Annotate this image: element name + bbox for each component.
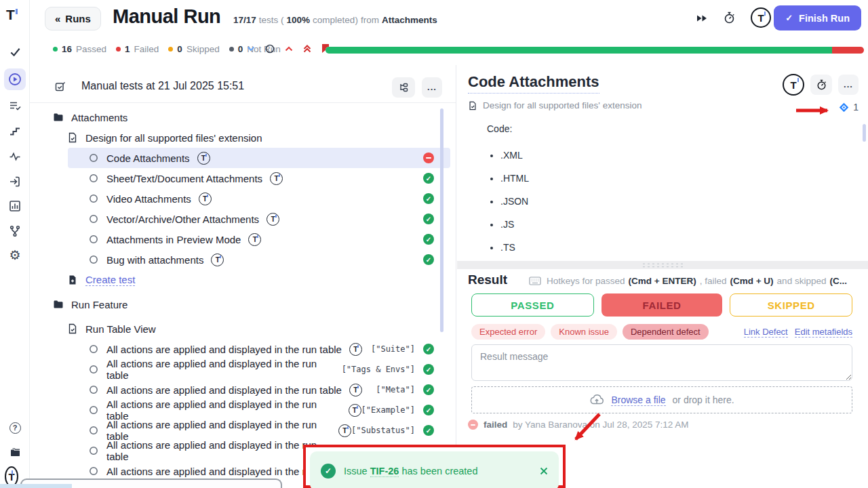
- result-divider-handle[interactable]: [457, 261, 868, 269]
- back-chevron-icon: «: [55, 13, 60, 24]
- run-progress-bar: [326, 47, 864, 54]
- success-toast: ✓ Issue TIF-26 has been created: [310, 451, 559, 488]
- test-tag: ["Meta"]: [376, 385, 415, 394]
- import-icon[interactable]: [8, 175, 22, 188]
- skipped-button[interactable]: SKIPPED: [730, 293, 852, 317]
- edit-metafields-link[interactable]: Edit metafields: [795, 327, 852, 338]
- browse-file-link[interactable]: Browse a file: [611, 394, 665, 406]
- app-logo[interactable]: T: [6, 7, 15, 23]
- test-tag: ["Example"]: [361, 405, 415, 415]
- link-defect-link[interactable]: Link Defect: [744, 327, 788, 338]
- tree-test-row[interactable]: All actions are applied and displayed in…: [30, 339, 456, 359]
- analytics-icon[interactable]: [8, 199, 22, 213]
- automated-badge-icon: T: [349, 343, 362, 356]
- tree-test-row[interactable]: Sheet/Text/Document Attachments T ✓: [30, 168, 456, 188]
- tree-test-row[interactable]: All actions are applied and displayed in…: [30, 380, 456, 400]
- tree-test-row[interactable]: Video Attachments T ✓: [30, 188, 456, 209]
- file-dropzone[interactable]: Browse a file or drop it here.: [471, 386, 852, 413]
- fast-forward-icon[interactable]: [696, 12, 708, 22]
- back-to-runs-button[interactable]: « Runs: [45, 7, 101, 30]
- tree-suite-row[interactable]: Run Feature: [30, 294, 456, 314]
- folder-icon: [53, 112, 64, 123]
- tests-icon[interactable]: [8, 45, 22, 58]
- test-tag: ["Tags & Envs"]: [342, 365, 415, 374]
- collapse-icon[interactable]: [247, 46, 255, 52]
- branch-icon[interactable]: [8, 224, 22, 238]
- test-circle-icon: [88, 384, 99, 395]
- issue-count: 1: [853, 102, 859, 113]
- description-scrollbar[interactable]: [863, 124, 866, 142]
- issue-id-link[interactable]: TIF-26: [370, 466, 399, 477]
- last-result-status: failed by Yana Baranova on Jul 28, 2025 …: [468, 420, 688, 430]
- detail-timer-button[interactable]: [810, 75, 832, 95]
- run-edit-icon[interactable]: [54, 81, 66, 93]
- test-subtitle: Design for all supported files' extensio…: [468, 100, 642, 110]
- folder-icon: [53, 299, 64, 310]
- tree-more-button[interactable]: ...: [422, 77, 442, 98]
- test-circle-icon: [88, 234, 99, 245]
- tree-feature-row[interactable]: Run Table View: [30, 319, 456, 339]
- result-message-input[interactable]: [471, 344, 852, 381]
- test-title[interactable]: Code Attachments: [468, 73, 599, 94]
- tag-dependent-defect[interactable]: Dependent defect: [623, 324, 709, 340]
- passed-status-icon: ✓: [423, 425, 434, 436]
- detail-logo-icon[interactable]: T: [783, 74, 804, 96]
- detail-more-button[interactable]: ...: [838, 75, 859, 95]
- tree-test-row[interactable]: Bug with attachments T ✓: [30, 249, 456, 270]
- tree-feature-row[interactable]: Design for all supported files' extensio…: [30, 127, 456, 148]
- extension-item: .JS: [500, 217, 529, 240]
- tree-test-row[interactable]: All actions are applied and displayed in…: [30, 400, 456, 420]
- tree-test-row[interactable]: Attachments in Preview Mode T ✓: [30, 229, 456, 249]
- tree-test-row[interactable]: All actions are applied and displayed in…: [30, 359, 456, 380]
- test-circle-icon: [88, 214, 99, 224]
- linked-issue-chip[interactable]: 1: [839, 102, 859, 113]
- cloud-upload-icon: [589, 394, 604, 405]
- passed-status-icon: ✓: [423, 344, 434, 354]
- file-plus-icon: [67, 274, 78, 285]
- toast-close-icon[interactable]: [540, 467, 548, 475]
- passed-status-icon: ✓: [423, 254, 434, 265]
- first-failed-icon[interactable]: [303, 45, 311, 53]
- header-logo-icon[interactable]: T: [751, 7, 771, 28]
- passed-button[interactable]: PASSED: [471, 293, 594, 317]
- tag-expected-error[interactable]: Expected error: [471, 324, 545, 340]
- tree-test-row-selected[interactable]: Code Attachments T: [30, 148, 456, 168]
- tree-test-row[interactable]: All actions are applied and displayed in…: [30, 420, 456, 441]
- finish-run-button[interactable]: ✓ Finish Run: [774, 5, 861, 30]
- extension-list: .XML .HTML .JSON .JS .TS: [490, 148, 529, 263]
- tree-view-toggle-button[interactable]: [392, 77, 415, 98]
- passed-status-icon: ✓: [423, 193, 434, 204]
- tree-scrollbar[interactable]: [440, 108, 443, 332]
- timer-icon[interactable]: [724, 12, 735, 24]
- description-code-label: Code:: [487, 123, 512, 134]
- tree-suite-row[interactable]: Attachments: [30, 107, 456, 127]
- create-test-row[interactable]: Create test: [30, 270, 456, 290]
- automated-badge-icon: T: [338, 424, 351, 437]
- pulse-icon[interactable]: [8, 150, 22, 163]
- passed-status-icon: ✓: [423, 173, 434, 184]
- failed-button[interactable]: FAILED: [601, 293, 723, 317]
- plans-icon[interactable]: [8, 99, 22, 113]
- automated-badge-icon: T: [270, 172, 283, 185]
- automated-badge-icon: T: [267, 213, 279, 226]
- help-icon[interactable]: ?: [8, 421, 22, 434]
- document-icon: [67, 323, 78, 334]
- steps-icon[interactable]: [8, 124, 22, 138]
- tree-test-row[interactable]: Vector/Archive/Other Attachments T ✓: [30, 209, 456, 229]
- page-header: « Runs Manual Run 17/17tests (100%comple…: [30, 0, 868, 37]
- projects-folder-icon[interactable]: [8, 446, 22, 460]
- extension-item: .TS: [500, 240, 529, 263]
- annotation-frame: ✓ Issue TIF-26 has been created: [303, 445, 566, 488]
- circle-filter-icon[interactable]: [265, 44, 275, 54]
- progress-passed-segment: [326, 47, 832, 54]
- check-icon: ✓: [785, 13, 793, 23]
- passed-status-icon: ✓: [423, 214, 434, 224]
- automated-badge-icon: T: [199, 192, 212, 205]
- test-tag: ["Substatus"]: [351, 426, 415, 435]
- bottom-logo-icon[interactable]: T: [5, 470, 18, 483]
- prev-failed-icon[interactable]: [285, 46, 293, 52]
- runs-icon[interactable]: [4, 68, 26, 90]
- run-name-title: Manual tests at 21 Jul 2025 15:51: [81, 80, 244, 92]
- tag-known-issue[interactable]: Known issue: [551, 324, 617, 340]
- settings-gear-icon[interactable]: ⚙: [8, 248, 22, 262]
